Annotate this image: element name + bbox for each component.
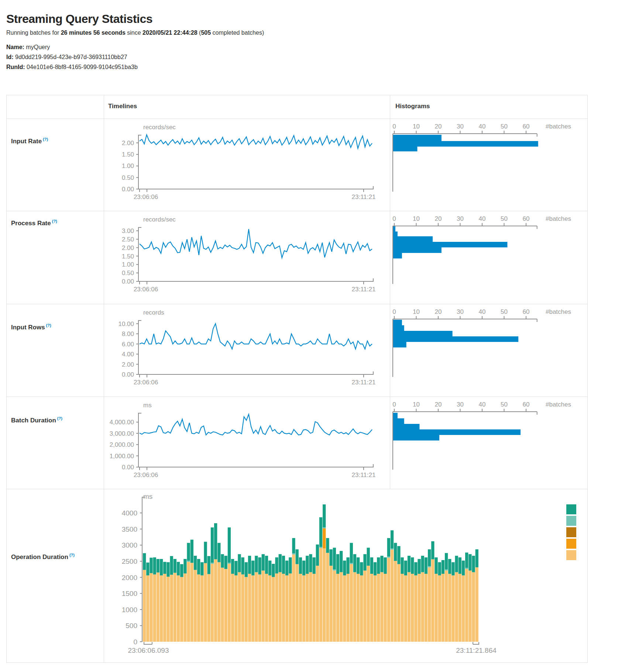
id-label: Id: — [6, 54, 14, 60]
help-icon[interactable]: (?) — [69, 553, 75, 557]
row-divider — [7, 397, 587, 397]
completed-batches-count: 505 — [201, 30, 211, 36]
id-value: 9d0dd219-995d-423e-b97d-36931110bb27 — [15, 54, 127, 60]
legend-swatch-light-orange — [566, 550, 576, 560]
metric-label: Batch Duration — [11, 417, 56, 424]
metric-label: Process Rate — [11, 220, 51, 227]
query-runid-line: RunId: 04e101e6-8bf8-4165-9099-9104c951b… — [6, 64, 138, 71]
row-divider — [7, 304, 587, 304]
runid-label: RunId: — [6, 64, 25, 70]
query-name-line: Name: myQuery — [6, 44, 50, 51]
name-label: Name: — [6, 44, 24, 50]
metric-label: Input Rate — [11, 138, 42, 145]
start-timestamp: 2020/05/21 22:44:28 — [142, 30, 198, 36]
metric-label: Operation Duration — [11, 553, 68, 560]
running-batches-summary: Running batches for 26 minutes 56 second… — [6, 30, 264, 36]
metric-label: Input Rows — [11, 324, 45, 331]
operation-duration-legend — [566, 504, 576, 562]
row-label-input-rate: Input Rate(?) — [11, 137, 48, 145]
legend-swatch-orange — [566, 539, 576, 549]
row-divider — [7, 211, 587, 211]
help-icon[interactable]: (?) — [46, 323, 51, 328]
legend-swatch-light-teal — [566, 516, 576, 526]
statistics-table: Timelines Histograms Input Rate(?) Proce… — [6, 95, 588, 663]
column-divider — [104, 95, 104, 662]
histograms-header: Histograms — [395, 103, 430, 110]
row-label-input-rows: Input Rows(?) — [11, 323, 51, 331]
page-title: Streaming Query Statistics — [6, 12, 152, 26]
row-label-operation-duration: Operation Duration(?) — [11, 553, 75, 561]
row-label-batch-duration: Batch Duration(?) — [11, 416, 62, 424]
runid-value: 04e101e6-8bf8-4165-9099-9104c951ba3b — [27, 64, 138, 70]
help-icon[interactable]: (?) — [52, 219, 57, 223]
row-divider — [7, 119, 587, 119]
subtitle-text: Running batches for — [6, 30, 61, 36]
row-label-process-rate: Process Rate(?) — [11, 219, 57, 227]
subtitle-text: since — [126, 30, 142, 36]
duration-value: 26 minutes 56 seconds — [61, 30, 126, 36]
name-value: myQuery — [26, 44, 50, 50]
subtitle-text: ( — [198, 30, 201, 36]
legend-swatch-dark-orange — [566, 527, 576, 537]
timelines-header: Timelines — [108, 103, 137, 110]
help-icon[interactable]: (?) — [57, 416, 62, 421]
row-divider — [7, 489, 587, 489]
query-id-line: Id: 9d0dd219-995d-423e-b97d-36931110bb27 — [6, 54, 127, 61]
subtitle-text: completed batches) — [211, 30, 264, 36]
legend-swatch-teal — [566, 504, 576, 514]
help-icon[interactable]: (?) — [43, 137, 48, 141]
column-divider — [390, 95, 390, 489]
